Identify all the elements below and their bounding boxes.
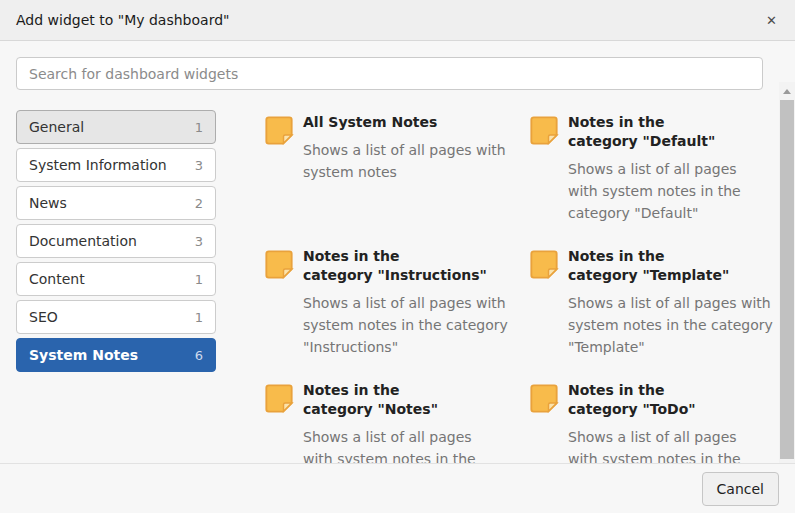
widget-card-notes-instructions[interactable]: Notes in the category "Instructions" Sho… — [264, 247, 529, 358]
sidebar-item-seo[interactable]: SEO 1 — [16, 300, 216, 334]
category-label: News — [29, 195, 67, 211]
category-label: Content — [29, 271, 85, 287]
category-label: System Notes — [29, 347, 138, 363]
sticky-note-icon — [264, 114, 294, 146]
widget-title-line: Notes in the — [303, 247, 513, 266]
dialog-body: General 1 System Information 3 News 2 Do… — [0, 41, 795, 463]
widget-card-notes-default[interactable]: Notes in the category "Default" Shows a … — [529, 113, 781, 224]
content-row: General 1 System Information 3 News 2 Do… — [16, 110, 779, 463]
vertical-scrollbar[interactable] — [779, 82, 795, 463]
widget-title-line: category "Template" — [568, 266, 778, 285]
widget-description: Shows a list of all pages with system no… — [303, 292, 513, 358]
scroll-up-arrow-icon[interactable] — [783, 89, 791, 94]
widget-text: All System Notes Shows a list of all pag… — [303, 113, 513, 183]
add-widget-dialog: Add widget to "My dashboard" ✕ General 1… — [0, 0, 795, 513]
category-count: 1 — [195, 272, 203, 287]
cancel-button[interactable]: Cancel — [702, 472, 779, 506]
widget-title-line: category "ToDo" — [568, 400, 748, 419]
widget-description: Shows a list of all pages with system no… — [303, 139, 513, 183]
sidebar-item-documentation[interactable]: Documentation 3 — [16, 224, 216, 258]
widget-title: All System Notes — [303, 113, 513, 132]
sticky-note-icon — [264, 382, 294, 414]
widget-text: Notes in the category "Template" Shows a… — [568, 247, 778, 358]
widget-card-all-system-notes[interactable]: All System Notes Shows a list of all pag… — [264, 113, 529, 183]
widget-title-line: Notes in the — [303, 381, 483, 400]
widget-description: Shows a list of all pages with system no… — [568, 426, 748, 463]
category-count: 2 — [195, 196, 203, 211]
close-icon[interactable]: ✕ — [764, 12, 779, 29]
category-count: 1 — [195, 310, 203, 325]
widget-title-line: Notes in the — [568, 247, 778, 266]
widget-text: Notes in the category "ToDo" Shows a lis… — [568, 381, 748, 463]
widget-title-line: category "Instructions" — [303, 266, 513, 285]
widget-card-notes-todo[interactable]: Notes in the category "ToDo" Shows a lis… — [529, 381, 781, 463]
widget-title-line: category "Notes" — [303, 400, 483, 419]
category-label: General — [29, 119, 84, 135]
widget-title-line: category "Default" — [568, 132, 748, 151]
sidebar-item-content[interactable]: Content 1 — [16, 262, 216, 296]
widget-title-line: All System Notes — [303, 113, 513, 132]
widget-title-line: Notes in the — [568, 381, 748, 400]
widget-card-notes-template[interactable]: Notes in the category "Template" Shows a… — [529, 247, 781, 358]
widget-description: Shows a list of all pages with system no… — [568, 292, 778, 358]
widget-text: Notes in the category "Instructions" Sho… — [303, 247, 513, 358]
sidebar-item-system-notes[interactable]: System Notes 6 — [16, 338, 216, 372]
sidebar-item-news[interactable]: News 2 — [16, 186, 216, 220]
category-label: System Information — [29, 157, 167, 173]
category-count: 3 — [195, 158, 203, 173]
category-count: 1 — [195, 120, 203, 135]
widget-title: Notes in the category "Instructions" — [303, 247, 513, 285]
category-count: 6 — [195, 348, 203, 363]
widget-title: Notes in the category "Notes" — [303, 381, 483, 419]
sticky-note-icon — [529, 382, 559, 414]
sticky-note-icon — [264, 248, 294, 280]
category-label: Documentation — [29, 233, 137, 249]
widget-card-notes-notes[interactable]: Notes in the category "Notes" Shows a li… — [264, 381, 529, 463]
widget-description: Shows a list of all pages with system no… — [303, 426, 483, 463]
category-sidebar: General 1 System Information 3 News 2 Do… — [16, 110, 216, 376]
category-label: SEO — [29, 309, 58, 325]
sticky-note-icon — [529, 248, 559, 280]
widget-title: Notes in the category "Default" — [568, 113, 748, 151]
sidebar-item-system-information[interactable]: System Information 3 — [16, 148, 216, 182]
dialog-footer: Cancel — [0, 463, 795, 513]
widget-description: Shows a list of all pages with system no… — [568, 158, 748, 224]
widget-title: Notes in the category "ToDo" — [568, 381, 748, 419]
scrollbar-thumb[interactable] — [780, 100, 794, 459]
widget-title-line: Notes in the — [568, 113, 748, 132]
widget-text: Notes in the category "Notes" Shows a li… — [303, 381, 483, 463]
widget-title: Notes in the category "Template" — [568, 247, 778, 285]
widget-grid: All System Notes Shows a list of all pag… — [264, 113, 781, 463]
sticky-note-icon — [529, 114, 559, 146]
search-input[interactable] — [16, 57, 763, 90]
category-count: 3 — [195, 234, 203, 249]
widget-text: Notes in the category "Default" Shows a … — [568, 113, 748, 224]
dialog-title: Add widget to "My dashboard" — [16, 12, 229, 28]
sidebar-item-general[interactable]: General 1 — [16, 110, 216, 144]
dialog-header: Add widget to "My dashboard" ✕ — [0, 0, 795, 41]
